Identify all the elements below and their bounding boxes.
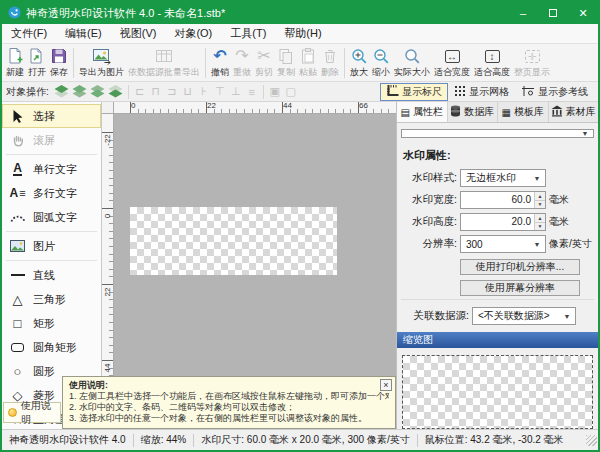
tool-arc-text[interactable]: 圆弧文字 (2, 205, 101, 229)
copy-button[interactable]: 复制 (275, 45, 297, 81)
full-page-button[interactable]: ✛ 整页显示 (512, 45, 552, 81)
watermark-height-spinner[interactable]: 20.0 ▲ ▼ (460, 213, 546, 231)
redo-button[interactable]: ↷ 重做 (231, 45, 253, 81)
tab-database[interactable]: 数据库 (448, 102, 499, 122)
tool-pan[interactable]: 滚屏 (2, 128, 101, 152)
maximize-icon (549, 9, 557, 17)
tool-rounded-rectangle[interactable]: 圆角矩形 (2, 335, 101, 359)
tool-line[interactable]: 直线 (2, 263, 101, 287)
show-guides-toggle[interactable]: 显示参考线 (515, 83, 594, 101)
object-selector-combo[interactable]: ▼ (401, 129, 594, 138)
height-unit: 毫米 (549, 215, 569, 229)
menu-file[interactable]: 文件(F) (2, 24, 56, 43)
titlebar: 神奇透明水印设计软件 4.0 - 未命名1.stb* – ✕ (2, 2, 598, 24)
tool-select[interactable]: 选择 (2, 104, 101, 128)
tool-triangle[interactable]: △ 三角形 (2, 287, 101, 311)
align-center-button[interactable]: ⊓ (148, 85, 164, 98)
save-button[interactable]: 保存 (48, 45, 70, 81)
open-button[interactable]: 打开 (26, 45, 48, 81)
delete-button[interactable]: 删除 (319, 45, 341, 81)
tool-multi-line-text[interactable]: A≡ 多行文字 (2, 181, 101, 205)
send-backward-button[interactable] (89, 84, 107, 100)
align-left-button[interactable]: ⊏ (132, 85, 148, 98)
align-vertical-center-button[interactable]: ⊥ (228, 85, 244, 98)
align-bottom-button[interactable]: ⊔ (180, 85, 196, 98)
tab-templates[interactable]: ▦ 模板库 (498, 102, 549, 122)
status-zoom-level: 缩放: 44% (134, 433, 194, 447)
tab-materials[interactable]: 素材库 (549, 102, 599, 122)
resize-grip[interactable] (586, 435, 597, 446)
thumbnail-header: 缩览图 (397, 332, 598, 348)
spin-down-icon[interactable]: ▼ (535, 223, 545, 231)
close-button[interactable]: ✕ (568, 2, 598, 24)
distribute-horizontal-button[interactable]: ⊦ (196, 85, 212, 98)
dpi-unit: 像素/英寸 (549, 237, 592, 251)
save-floppy-icon (50, 47, 68, 66)
ruler-icon (386, 84, 399, 99)
zoom-in-icon (350, 47, 368, 66)
new-button[interactable]: 新建 (4, 45, 26, 81)
spin-down-icon[interactable]: ▼ (535, 201, 545, 209)
fit-height-button[interactable]: ↕ 适合高度 (472, 45, 512, 81)
resolution-combo[interactable]: 300 ▼ (460, 235, 546, 253)
spin-up-icon[interactable]: ▲ (535, 192, 545, 201)
cut-button[interactable]: ✂ 剪切 (253, 45, 275, 81)
batch-export-button[interactable]: 依数据源批量导出 (126, 45, 202, 81)
paste-button[interactable]: 粘贴 (297, 45, 319, 81)
show-grid-toggle[interactable]: 显示网格 (448, 83, 515, 101)
fit-width-button[interactable]: ↔ 适合宽度 (432, 45, 472, 81)
group-button[interactable]: ▣ (267, 85, 283, 98)
undo-button[interactable]: ↶ 撤销 (209, 45, 231, 81)
ungroup-button[interactable]: ▢ (283, 85, 299, 98)
chevron-down-icon: ▼ (579, 130, 591, 137)
minimize-button[interactable]: – (508, 2, 538, 24)
maximize-button[interactable] (538, 2, 568, 24)
tool-image[interactable]: 图片 (2, 234, 101, 258)
circle-icon: ○ (9, 365, 26, 378)
thumbnail-preview (402, 355, 593, 429)
width-unit: 毫米 (549, 193, 569, 207)
bring-forward-button[interactable] (71, 84, 89, 100)
main-toolbar: 新建 打开 保存 导出为图片 依数据源批量导出 ↶ 撤销 ↷ 重做 ✂ (2, 44, 598, 82)
height-label: 水印高度: (401, 215, 457, 229)
chevron-down-icon: ▼ (531, 241, 543, 248)
spin-up-icon[interactable]: ▲ (535, 214, 545, 223)
distribute-vertical-button[interactable]: ≡ (244, 86, 260, 98)
tool-single-line-text[interactable]: A 单行文字 (2, 157, 101, 181)
menu-object[interactable]: 对象(O) (165, 24, 221, 43)
object-operations-label: 对象操作: (6, 85, 49, 99)
send-to-back-button[interactable] (107, 84, 125, 100)
usage-help-button[interactable]: 使用说明 (3, 402, 61, 423)
menu-edit[interactable]: 编辑(E) (56, 24, 111, 43)
menu-view[interactable]: 视图(V) (111, 24, 166, 43)
align-top-button[interactable]: ⊤ (212, 85, 228, 98)
objectbar-separator (263, 85, 264, 99)
export-image-button[interactable]: 导出为图片 (77, 45, 126, 81)
image-icon (9, 240, 26, 252)
menu-help[interactable]: 帮助(H) (275, 24, 330, 43)
show-ruler-toggle[interactable]: 显示标尺 (380, 83, 448, 101)
datasource-combo[interactable]: <不关联数据源> ▼ (472, 307, 576, 325)
actual-size-button[interactable]: 实际大小 (392, 45, 432, 81)
rectangle-icon: □ (9, 317, 26, 330)
batch-export-icon (154, 47, 174, 66)
tab-properties[interactable]: ▤ 属性栏 (397, 102, 448, 122)
line-icon (9, 274, 26, 276)
watermark-style-combo[interactable]: 无边框水印 ▼ (460, 169, 546, 187)
use-screen-resolution-button[interactable]: 使用屏幕分辨率 (460, 280, 580, 296)
tooltip-close-button[interactable]: × (380, 379, 392, 391)
bring-to-front-button[interactable] (53, 84, 71, 100)
watermark-width-spinner[interactable]: 60.0 ▲ ▼ (460, 191, 546, 209)
redo-icon: ↷ (235, 47, 248, 66)
watermark-transparent-area[interactable] (130, 207, 337, 275)
zoom-in-button[interactable]: 放大 (348, 45, 370, 81)
dpi-label: 分辨率: (401, 237, 457, 251)
status-app-name: 神奇透明水印设计软件 4.0 (2, 433, 133, 447)
open-file-icon (28, 47, 46, 66)
copy-icon (277, 47, 295, 66)
menu-tools[interactable]: 工具(T) (221, 24, 275, 43)
align-right-button[interactable]: ⊐ (164, 85, 180, 98)
zoom-out-button[interactable]: 缩小 (370, 45, 392, 81)
use-printer-resolution-button[interactable]: 使用打印机分辨率... (460, 259, 580, 275)
tool-rectangle[interactable]: □ 矩形 (2, 311, 101, 335)
